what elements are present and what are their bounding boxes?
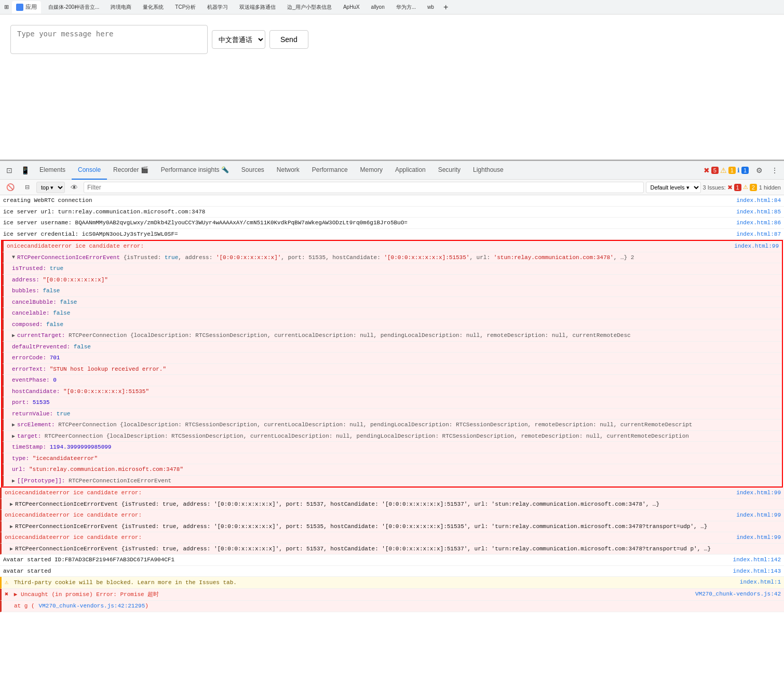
log-link[interactable]: index.html:84 (736, 196, 781, 205)
log-entry-ice-error-3: onicecandidateerror ice candidate error:… (0, 510, 784, 521)
log-link[interactable]: VM270_chunk-vendors.js:42 (695, 590, 781, 599)
tab-security[interactable]: Security (432, 161, 467, 180)
prop-cancelBubble: cancelBubble: false (2, 297, 782, 308)
expand-arrow-4[interactable]: ▶ (10, 546, 13, 552)
tab-elements[interactable]: Elements (33, 161, 72, 180)
tab-performance-insights[interactable]: Performance insights 🔦 (155, 161, 235, 180)
message-input[interactable] (10, 25, 208, 54)
expand-arrow-target[interactable]: ▶ (12, 433, 15, 439)
message-input-row: 中文普通话 Send (10, 25, 774, 54)
prop-defaultPrevented: defaultPrevented: false (2, 342, 782, 353)
prop-errorCode: errorCode: 701 (2, 353, 782, 364)
prop-bubbles: bubbles: false (2, 286, 782, 297)
highlighted-error-group: onicecandidateerror ice candidate error:… (1, 240, 783, 488)
log-link[interactable]: index.html:142 (733, 556, 781, 564)
tab-application[interactable]: Application (389, 161, 432, 180)
info-count: 1 (741, 167, 749, 174)
expand-arrow-proto[interactable]: ▶ (12, 478, 15, 484)
issues-count: 3 Issues: ✖ 1 ⚠ 2 (703, 184, 757, 191)
log-entry-avatar-started: Avatar started ID:FB7AD3CBF21946F7AB3DC6… (0, 555, 784, 566)
new-tab-button[interactable]: + (443, 3, 448, 12)
devtools-settings-button[interactable]: ⚙ (752, 163, 766, 178)
log-entry-cookie-warning: ⚠ Third-party cookie will be blocked. Le… (0, 577, 784, 589)
browser-tab-1[interactable]: 自媒体-200种语音立... (44, 1, 103, 13)
clear-console-button[interactable]: 🚫 (3, 180, 18, 195)
expand-arrow[interactable]: ▼ (12, 254, 15, 260)
browser-tab-4[interactable]: TCP分析 (171, 1, 200, 13)
prop-timeStamp: timeStamp: 1194.3999999985099 (2, 442, 782, 453)
browser-bar: ⊞ 应用 自媒体-200种语音立... 跨境电商 量化系统 TCP分析 机器学习… (0, 0, 784, 15)
browser-tab-2[interactable]: 跨境电商 (106, 1, 136, 13)
log-entry-webrtc: creating WebRTC connection index.html:84 (0, 195, 784, 207)
tab-memory[interactable]: Memory (354, 161, 389, 180)
browser-tab-5[interactable]: 机器学习 (203, 1, 232, 13)
devtools-more-button[interactable]: ⋮ (767, 163, 782, 178)
expand-arrow-3[interactable]: ▶ (10, 523, 13, 530)
log-link[interactable]: index.html:99 (736, 511, 781, 520)
context-selector[interactable]: top ▾ (36, 182, 65, 193)
log-level-select[interactable]: Default levels ▾ (646, 182, 701, 193)
prop-hostCandidate: hostCandidate: "[0:0:0:x:x:x:x:x]:51535" (2, 386, 782, 398)
log-link[interactable]: index.html:99 (736, 489, 781, 497)
prop-url: url: "stun:relay.communication.microsoft… (2, 464, 782, 476)
browser-tab-7[interactable]: 边_用户小型表信息 (283, 1, 336, 13)
log-entry-ice-url: ice server url: turn:relay.communication… (0, 207, 784, 218)
tab-recorder[interactable]: Recorder 🎬 (107, 161, 155, 180)
tab-sources[interactable]: Sources (235, 161, 271, 180)
prop-address: address: "[0:0:0:x:x:x:x:x]" (2, 275, 782, 286)
error-count: 5 (711, 167, 719, 174)
tab-performance[interactable]: Performance (306, 161, 354, 180)
browser-tab-10[interactable]: 华为方... (392, 1, 420, 13)
error-icon: ✖ (5, 591, 8, 598)
tab-network[interactable]: Network (271, 161, 306, 180)
prop-srcElement: ▶ srcElement: RTCPeerConnection {localDe… (2, 420, 782, 431)
tab-lighthouse[interactable]: Lighthouse (467, 161, 510, 180)
browser-tab-8[interactable]: ApHuX (339, 1, 364, 13)
log-link[interactable]: index.html:143 (733, 567, 781, 576)
log-link[interactable]: index.html:85 (736, 208, 781, 217)
browser-tab-3[interactable]: 量化系统 (139, 1, 168, 13)
console-settings-button[interactable]: ⊟ (20, 180, 34, 195)
expand-arrow-currentTarget[interactable]: ▶ (12, 332, 15, 339)
console-filter-input[interactable] (84, 182, 644, 193)
prop-eventPhase: eventPhase: 0 (2, 375, 782, 386)
expand-arrow-srcElement[interactable]: ▶ (12, 422, 15, 428)
log-link[interactable]: index.html:1 (740, 578, 781, 587)
devtools-device-button[interactable]: 📱 (18, 163, 32, 178)
log-entry-rtc-detail: ▼ RTCPeerConnectionIceErrorEvent {isTrus… (2, 252, 782, 264)
browser-icon: ⊞ (4, 4, 9, 10)
eye-button[interactable]: 👁 (67, 180, 82, 195)
issues-error-count: 1 (734, 184, 741, 191)
app-area: 中文普通话 Send (0, 15, 784, 160)
browser-tab-9[interactable]: allyon (367, 1, 389, 13)
log-link[interactable]: index.html:99 (736, 533, 781, 542)
issues-warning-count: 2 (750, 184, 757, 191)
language-select[interactable]: 中文普通话 (212, 30, 265, 49)
devtools-tabs: Elements Console Recorder 🎬 Performance … (33, 161, 510, 179)
log-entry-ice-error-2: onicecandidateerror ice candidate error:… (0, 488, 784, 499)
prop-composed: composed: false (2, 319, 782, 331)
devtools-toolbar: ⊡ 📱 Elements Console Recorder 🎬 Performa… (0, 161, 784, 180)
log-entry-ice-error-2-detail: ▶ RTCPeerConnectionIceErrorEvent {isTrus… (0, 499, 784, 510)
devtools-inspect-button[interactable]: ⊡ (2, 163, 17, 178)
log-link[interactable]: VM270_chunk-vendors.js:42:21295 (39, 603, 145, 609)
error-count-badge: ✖ 5 ⚠ 1 ℹ 1 (701, 166, 751, 174)
browser-tab-apps[interactable]: 应用 (12, 1, 41, 13)
tab-icon (16, 4, 23, 11)
hidden-count: 1 hidden (759, 184, 781, 191)
browser-tab-6[interactable]: 双送端多路通信 (235, 1, 280, 13)
send-button[interactable]: Send (269, 30, 308, 49)
browser-tab-11[interactable]: wb (423, 1, 438, 13)
tab-console[interactable]: Console (72, 161, 107, 180)
log-link[interactable]: index.html:86 (736, 219, 781, 227)
prop-type: type: "icecandidateerror" (2, 453, 782, 465)
prop-port: port: 51535 (2, 397, 782, 409)
log-entry-ice-error-1: onicecandidateerror ice candidate error:… (2, 241, 782, 252)
prop-prototype: ▶ [[Prototype]]: RTCPeerConnectionIceErr… (2, 476, 782, 487)
console-log[interactable]: creating WebRTC connection index.html:84… (0, 195, 784, 612)
log-link[interactable]: index.html:99 (734, 242, 779, 251)
log-entry-ice-credential: ice server credential: icS0AMpN3ooLJy3sT… (0, 229, 784, 240)
prop-isTrusted: isTrusted: true (2, 263, 782, 275)
expand-arrow-2[interactable]: ▶ (10, 501, 13, 507)
log-link[interactable]: index.html:87 (736, 230, 781, 239)
